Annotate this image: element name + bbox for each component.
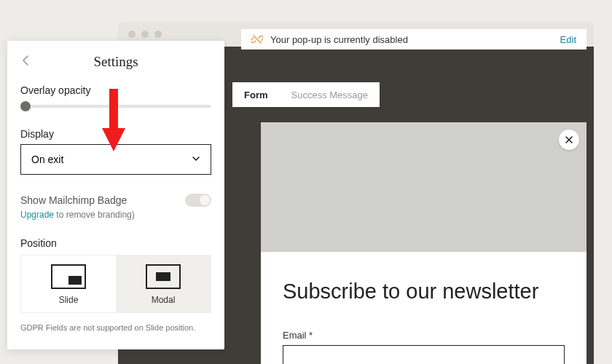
display-value: On exit <box>31 154 63 165</box>
display-select[interactable]: On exit <box>20 144 211 175</box>
traffic-dot <box>141 31 149 38</box>
slide-label: Slide <box>21 295 116 305</box>
upgrade-link[interactable]: Upgrade <box>20 210 54 220</box>
upgrade-rest: to remove branding) <box>54 210 135 220</box>
badge-label: Show Mailchimp Badge <box>20 194 127 206</box>
traffic-dot <box>154 31 162 38</box>
slider-thumb[interactable] <box>20 101 31 111</box>
chevron-down-icon <box>192 154 200 165</box>
display-label: Display <box>20 128 211 140</box>
position-modal[interactable]: Modal <box>116 256 211 312</box>
close-icon[interactable] <box>559 130 579 150</box>
notice-bar: Your pop-up is currently disabled Edit <box>241 29 586 50</box>
position-label: Position <box>20 237 211 249</box>
gdpr-note: GDPR Fields are not supported on Slide p… <box>20 323 211 332</box>
popup-body: Subscribe to our newsletter Email * <box>261 252 586 364</box>
settings-panel: Settings Overlay opacity Display On exit… <box>7 41 224 349</box>
tabs-bar: Form Success Message <box>232 82 380 107</box>
overlay-opacity-slider[interactable] <box>20 100 211 112</box>
email-field[interactable] <box>283 345 565 364</box>
badge-toggle[interactable] <box>185 194 211 207</box>
popup-heading: Subscribe to our newsletter <box>283 280 565 304</box>
unlink-icon <box>251 33 263 45</box>
overlay-opacity-label: Overlay opacity <box>20 84 211 96</box>
slider-track <box>20 105 211 108</box>
upgrade-line: Upgrade to remove branding) <box>20 210 211 220</box>
toggle-knob <box>200 195 210 205</box>
settings-header: Settings <box>20 54 211 70</box>
tab-form[interactable]: Form <box>232 82 280 107</box>
traffic-dot <box>128 31 136 38</box>
position-slide[interactable]: Slide <box>21 256 116 312</box>
email-label: Email * <box>283 330 565 341</box>
back-icon[interactable] <box>20 55 32 69</box>
slide-icon <box>51 264 86 289</box>
modal-icon <box>146 264 181 289</box>
notice-text: Your pop-up is currently disabled <box>270 34 408 45</box>
position-options: Slide Modal <box>20 255 211 313</box>
settings-title: Settings <box>93 54 138 69</box>
modal-label: Modal <box>116 295 211 305</box>
popup-preview: Subscribe to our newsletter Email * <box>261 122 586 364</box>
tab-success-message[interactable]: Success Message <box>280 82 380 107</box>
edit-link[interactable]: Edit <box>560 34 576 45</box>
